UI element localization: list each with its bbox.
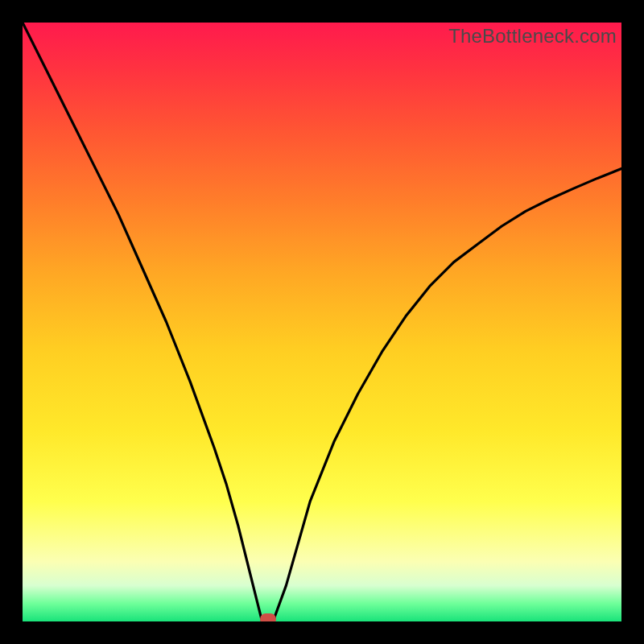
line-series bbox=[23, 23, 621, 621]
plot-area: TheBottleneck.com bbox=[23, 23, 621, 621]
chart-frame: TheBottleneck.com bbox=[0, 0, 644, 644]
optimum-marker bbox=[260, 613, 276, 621]
curve-path bbox=[23, 23, 621, 621]
